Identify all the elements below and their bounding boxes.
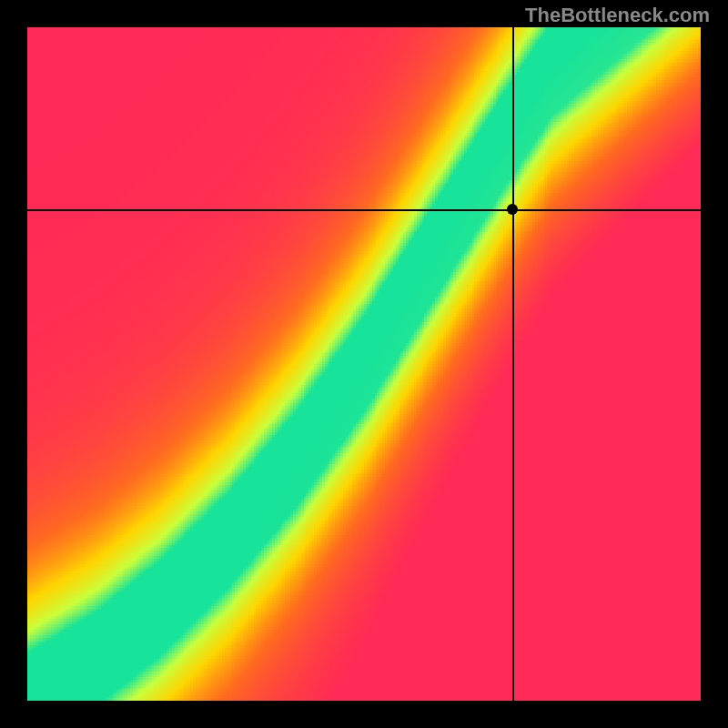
- chart-container: TheBottleneck.com: [0, 0, 728, 728]
- crosshair-vertical: [512, 27, 514, 701]
- watermark-text: TheBottleneck.com: [525, 4, 710, 27]
- plot-area: [27, 27, 701, 701]
- crosshair-horizontal: [27, 209, 701, 211]
- bottleneck-heatmap: [27, 27, 701, 701]
- selection-marker: [507, 204, 518, 215]
